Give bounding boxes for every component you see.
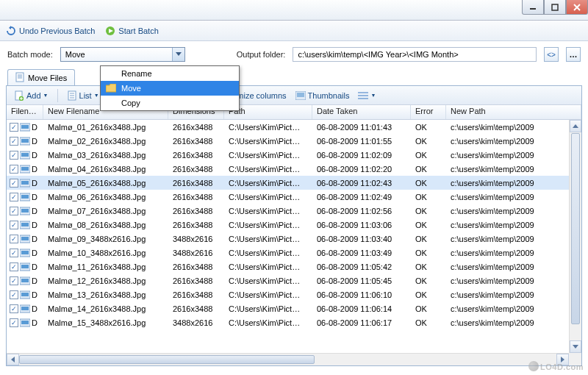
cell-dimensions: 2616x3488 — [168, 151, 224, 160]
cell-new-path: c:\users\kim\temp\2009 — [446, 249, 581, 257]
tab-move-files[interactable]: Move Files — [7, 69, 75, 85]
image-file-icon — [20, 235, 30, 243]
table-row[interactable]: ✓DMalmø_10_3488x2616.Jpg3488x2616C:\User… — [7, 246, 581, 260]
row-checkbox[interactable]: ✓ — [10, 262, 18, 271]
table-row[interactable]: ✓DMalmø_05_2616x3488.Jpg2616x3488C:\User… — [7, 176, 581, 190]
insert-tag-button[interactable]: <> — [544, 47, 559, 62]
table-row[interactable]: ✓DMalmø_15_3488x2616.Jpg3488x2616C:\User… — [7, 315, 581, 329]
row-checkbox[interactable]: ✓ — [10, 304, 18, 313]
chevron-down-icon: ▼ — [43, 93, 49, 98]
cell-new-path: c:\users\kim\temp\2009 — [446, 221, 581, 229]
list-button[interactable]: List ▼ — [64, 89, 102, 102]
horizontal-scrollbar[interactable] — [7, 353, 569, 365]
dropdown-item-rename[interactable]: Rename — [101, 66, 239, 81]
row-checkbox[interactable]: ✓ — [10, 137, 18, 146]
cell-date-taken: 06-08-2009 11:05:42 — [312, 262, 411, 271]
row-checkbox[interactable]: ✓ — [10, 235, 18, 243]
cell-new-path: c:\users\kim\temp\2009 — [446, 290, 581, 299]
start-label: Start Batch — [118, 26, 158, 35]
cell-new-filename: Malmø_07_2616x3488.Jpg — [43, 207, 168, 215]
table-row[interactable]: ✓DMalmø_04_2616x3488.Jpg2616x3488C:\User… — [7, 162, 581, 176]
cell-dimensions: 2616x3488 — [168, 276, 224, 285]
table-row[interactable]: ✓DMalmø_03_2616x3488.Jpg2616x3488C:\User… — [7, 148, 581, 162]
svg-rect-37 — [21, 181, 29, 185]
image-file-icon — [20, 151, 30, 160]
grid-icon — [358, 90, 368, 101]
scroll-down-arrow-icon[interactable] — [570, 340, 581, 353]
cell-dimensions: 2616x3488 — [168, 123, 224, 132]
cell-flag: D — [32, 165, 37, 174]
row-checkbox[interactable]: ✓ — [10, 165, 18, 174]
cell-flag: D — [32, 235, 37, 243]
svg-rect-43 — [21, 223, 29, 226]
table-row[interactable]: ✓DMalmø_07_2616x3488.Jpg2616x3488C:\User… — [7, 204, 581, 218]
rename-icon — [105, 68, 117, 79]
row-checkbox[interactable]: ✓ — [10, 151, 18, 160]
table-row[interactable]: ✓DMalmø_08_2616x3488.Jpg2616x3488C:\User… — [7, 218, 581, 232]
svg-rect-31 — [21, 139, 29, 143]
row-checkbox[interactable]: ✓ — [10, 249, 18, 257]
row-checkbox[interactable]: ✓ — [10, 318, 18, 327]
options-row: Batch mode: Move Output folder: c:\users… — [0, 41, 588, 68]
image-file-icon — [20, 221, 30, 229]
row-checkbox[interactable]: ✓ — [10, 193, 18, 201]
add-button[interactable]: Add ▼ — [11, 89, 51, 102]
table-row[interactable]: ✓DMalmø_13_2616x3488.Jpg2616x3488C:\User… — [7, 288, 581, 301]
table-row[interactable]: ✓DMalmø_01_2616x3488.Jpg2616x3488C:\User… — [7, 120, 581, 134]
table-row[interactable]: ✓DMalmø_09_3488x2616.Jpg3488x2616C:\User… — [7, 232, 581, 246]
cell-new-path: c:\users\kim\temp\2009 — [446, 123, 581, 132]
svg-rect-33 — [21, 153, 29, 157]
row-checkbox[interactable]: ✓ — [10, 221, 18, 229]
row-checkbox[interactable]: ✓ — [10, 207, 18, 215]
column-header-error[interactable]: Error — [411, 105, 446, 119]
table-row[interactable]: ✓DMalmø_02_2616x3488.Jpg2616x3488C:\User… — [7, 134, 581, 148]
scroll-up-arrow-icon[interactable] — [570, 120, 581, 132]
dropdown-item-label: Copy — [121, 99, 140, 107]
vertical-scrollbar[interactable] — [569, 120, 581, 353]
cell-flag: D — [32, 249, 37, 257]
output-folder-field[interactable]: c:\users\kim\temp\<IMG Year>\<IMG Month> — [293, 47, 537, 62]
row-checkbox[interactable]: ✓ — [10, 276, 18, 285]
tab-label: Move Files — [28, 74, 67, 82]
view-mode-button[interactable]: ▼ — [355, 89, 379, 102]
batch-mode-combobox[interactable]: Move — [60, 47, 185, 62]
scrollbar-thumb[interactable] — [571, 133, 580, 324]
cell-path: C:\Users\Kim\Pict… — [224, 276, 312, 285]
column-header-filename[interactable]: Filen… — [7, 105, 43, 119]
row-checkbox[interactable]: ✓ — [10, 179, 18, 188]
cell-dimensions: 2616x3488 — [168, 193, 224, 201]
svg-rect-35 — [21, 167, 29, 171]
cell-date-taken: 06-08-2009 11:06:14 — [312, 304, 411, 313]
close-button[interactable] — [566, 0, 588, 15]
thumbnails-button[interactable]: Thumbnails — [293, 89, 353, 102]
window-titlebar — [0, 0, 588, 21]
scroll-left-arrow-icon[interactable] — [7, 354, 19, 365]
row-checkbox[interactable]: ✓ — [10, 123, 18, 132]
cell-new-path: c:\users\kim\temp\2009 — [446, 151, 581, 160]
minimize-button[interactable] — [522, 0, 544, 15]
row-checkbox[interactable]: ✓ — [10, 290, 18, 299]
browse-folder-button[interactable]: … — [566, 47, 581, 62]
dropdown-item-move[interactable]: Move — [101, 81, 239, 96]
undo-previous-batch-button[interactable]: Undo Previous Batch — [6, 26, 95, 36]
start-batch-button[interactable]: Start Batch — [105, 26, 158, 36]
table-row[interactable]: ✓DMalmø_06_2616x3488.Jpg2616x3488C:\User… — [7, 190, 581, 204]
cell-flag: D — [32, 207, 37, 215]
svg-rect-57 — [21, 321, 29, 324]
maximize-button[interactable] — [544, 0, 566, 15]
table-row[interactable]: ✓DMalmø_14_2616x3488.Jpg2616x3488C:\User… — [7, 301, 581, 315]
column-header-date-taken[interactable]: Date Taken — [312, 105, 411, 119]
table-row[interactable]: ✓DMalmø_11_2616x3488.Jpg2616x3488C:\User… — [7, 260, 581, 274]
table-row[interactable]: ✓DMalmø_12_2616x3488.Jpg2616x3488C:\User… — [7, 274, 581, 288]
column-header-new-path[interactable]: New Path — [446, 105, 581, 119]
chevron-down-icon — [172, 48, 184, 61]
scrollbar-thumb[interactable] — [19, 355, 315, 364]
cell-path: C:\Users\Kim\Pict… — [224, 207, 312, 215]
tag-icon: <> — [547, 51, 556, 59]
batch-mode-label: Batch mode: — [7, 50, 53, 59]
cell-dimensions: 2616x3488 — [168, 137, 224, 146]
svg-rect-51 — [21, 279, 29, 282]
dropdown-item-copy[interactable]: Copy — [101, 96, 239, 110]
image-file-icon — [20, 123, 30, 132]
cell-new-filename: Malmø_11_2616x3488.Jpg — [43, 262, 168, 271]
